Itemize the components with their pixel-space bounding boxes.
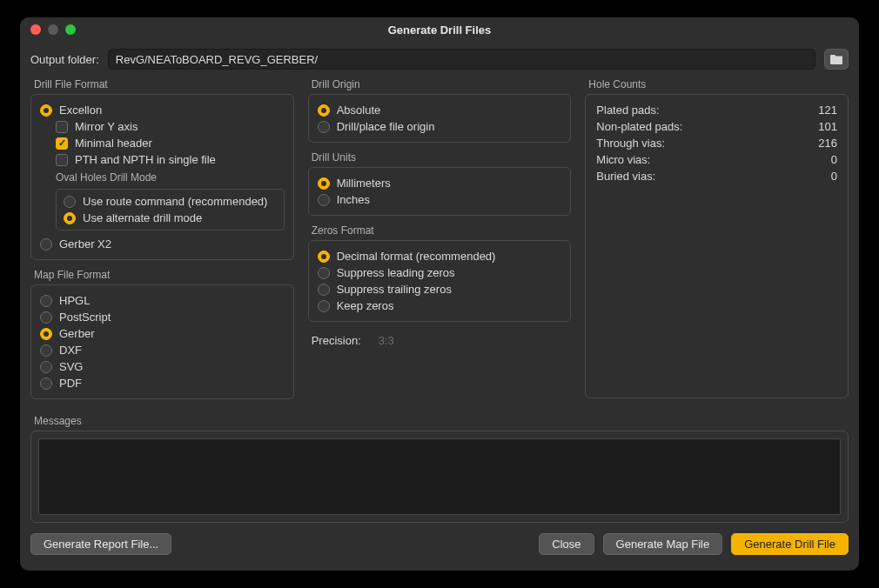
output-folder-row: Output folder: — [30, 49, 849, 70]
browse-folder-button[interactable] — [824, 49, 849, 70]
drill-units-group: Drill Units Millimeters Inches — [308, 151, 572, 216]
footer: Generate Report File... Close Generate M… — [30, 523, 849, 555]
radio-icon — [40, 104, 52, 117]
close-button[interactable]: Close — [539, 533, 594, 555]
generate-report-button[interactable]: Generate Report File... — [30, 533, 171, 555]
radio-gerber-x2[interactable]: Gerber X2 — [40, 236, 285, 252]
generate-drill-button[interactable]: Generate Drill File — [731, 533, 849, 555]
radio-map-dxf[interactable]: DXF — [40, 342, 285, 358]
radio-icon — [64, 196, 76, 208]
precision-value: 3:3 — [379, 334, 394, 347]
messages-box — [30, 431, 849, 523]
radio-label: PostScript — [59, 311, 111, 324]
radio-icon — [318, 300, 330, 312]
drill-origin-box: Absolute Drill/place file origin — [308, 94, 572, 143]
messages-textarea[interactable] — [38, 438, 841, 515]
radio-suppress-trailing[interactable]: Suppress trailing zeros — [318, 281, 562, 297]
radio-inches[interactable]: Inches — [318, 191, 562, 208]
hole-count-label: Non-plated pads: — [596, 120, 818, 133]
radio-label: Suppress leading zeros — [337, 266, 455, 279]
checkbox-icon — [56, 154, 68, 166]
radio-icon — [318, 194, 330, 206]
radio-place-origin[interactable]: Drill/place file origin — [318, 118, 562, 135]
precision-label: Precision: — [312, 334, 361, 347]
window-title: Generate Drill Files — [20, 23, 859, 37]
radio-label: Suppress trailing zeros — [337, 283, 452, 296]
hole-count-label: Through vias: — [596, 137, 818, 150]
drill-file-format-title: Drill File Format — [30, 78, 294, 90]
radio-label: Gerber X2 — [59, 237, 111, 251]
oval-holes-subgroup: Use route command (recommended) Use alte… — [56, 189, 285, 231]
zeros-format-group: Zeros Format Decimal format (recommended… — [308, 224, 572, 322]
radio-icon — [40, 328, 52, 340]
radio-icon — [318, 267, 330, 279]
radio-use-alt[interactable]: Use alternate drill mode — [64, 210, 277, 226]
checkbox-label: Mirror Y axis — [75, 120, 138, 133]
radio-map-postscript[interactable]: PostScript — [40, 309, 285, 325]
minimize-window-icon — [48, 24, 58, 35]
radio-icon — [318, 104, 330, 117]
radio-label: Absolute — [337, 104, 381, 117]
hole-counts-title: Hole Counts — [585, 78, 849, 90]
dialog-content: Output folder: Drill File Format Excello… — [20, 42, 859, 571]
radio-absolute[interactable]: Absolute — [318, 102, 562, 118]
radio-label: Inches — [337, 193, 370, 206]
hole-count-value: 101 — [818, 120, 837, 133]
radio-label: Decimal format (recommended) — [337, 250, 496, 263]
col-right: Hole Counts Plated pads:121Non-plated pa… — [585, 78, 849, 408]
radio-label: Excellon — [59, 104, 102, 117]
hole-counts-group: Hole Counts Plated pads:121Non-plated pa… — [585, 78, 849, 398]
check-mirror-y[interactable]: Mirror Y axis — [40, 118, 285, 135]
radio-icon — [40, 238, 52, 251]
hole-counts-box: Plated pads:121Non-plated pads:101Throug… — [585, 94, 849, 398]
output-folder-input[interactable] — [108, 49, 815, 70]
close-window-icon[interactable] — [30, 24, 41, 35]
radio-map-gerber[interactable]: Gerber — [40, 325, 285, 342]
zoom-window-icon[interactable] — [65, 24, 76, 35]
radio-icon — [64, 212, 76, 224]
radio-suppress-leading[interactable]: Suppress leading zeros — [318, 264, 562, 281]
radio-keep-zeros[interactable]: Keep zeros — [318, 297, 562, 314]
drill-units-title: Drill Units — [308, 151, 572, 164]
checkbox-icon — [56, 137, 68, 150]
radio-icon — [40, 311, 52, 324]
zeros-format-title: Zeros Format — [308, 224, 572, 237]
titlebar: Generate Drill Files — [20, 17, 859, 42]
radio-label: Millimeters — [337, 177, 391, 190]
radio-label: Keep zeros — [337, 299, 394, 312]
map-file-format-box: HPGLPostScriptGerberDXFSVGPDF — [30, 284, 294, 399]
radio-decimal[interactable]: Decimal format (recommended) — [318, 248, 562, 264]
check-minimal-header[interactable]: Minimal header — [40, 135, 285, 151]
col-mid: Drill Origin Absolute Drill/place file o… — [308, 78, 572, 408]
drill-origin-group: Drill Origin Absolute Drill/place file o… — [308, 78, 572, 143]
radio-map-pdf[interactable]: PDF — [40, 375, 285, 391]
drill-file-format-group: Drill File Format Excellon Mirror Y axis — [30, 78, 294, 260]
radio-excellon[interactable]: Excellon — [40, 102, 285, 118]
radio-mm[interactable]: Millimeters — [318, 175, 562, 191]
radio-map-svg[interactable]: SVG — [40, 358, 285, 375]
hole-counts-grid: Plated pads:121Non-plated pads:101Throug… — [596, 104, 837, 183]
radio-icon — [40, 295, 52, 307]
col-left: Drill File Format Excellon Mirror Y axis — [30, 78, 294, 408]
columns: Drill File Format Excellon Mirror Y axis — [30, 78, 849, 408]
radio-icon — [318, 251, 330, 263]
radio-icon — [318, 284, 330, 296]
hole-count-label: Plated pads: — [596, 104, 818, 117]
checkbox-label: Minimal header — [75, 137, 152, 150]
messages-title: Messages — [30, 415, 849, 427]
radio-label: Use alternate drill mode — [83, 211, 202, 224]
check-pth-npth[interactable]: PTH and NPTH in single file — [40, 151, 285, 168]
hole-count-value: 0 — [818, 153, 837, 166]
radio-icon — [40, 344, 52, 357]
hole-count-label: Buried vias: — [596, 170, 818, 183]
radio-map-hpgl[interactable]: HPGL — [40, 292, 285, 309]
radio-use-route[interactable]: Use route command (recommended) — [64, 193, 277, 210]
generate-map-button[interactable]: Generate Map File — [603, 533, 723, 555]
dialog-window: Generate Drill Files Output folder: Dril… — [20, 17, 859, 571]
map-file-format-group: Map File Format HPGLPostScriptGerberDXFS… — [30, 269, 294, 399]
drill-file-format-box: Excellon Mirror Y axis Minimal header — [30, 94, 294, 260]
drill-origin-title: Drill Origin — [308, 78, 572, 90]
precision-row: Precision: 3:3 — [308, 331, 572, 347]
radio-icon — [40, 378, 52, 390]
folder-icon — [829, 53, 843, 65]
